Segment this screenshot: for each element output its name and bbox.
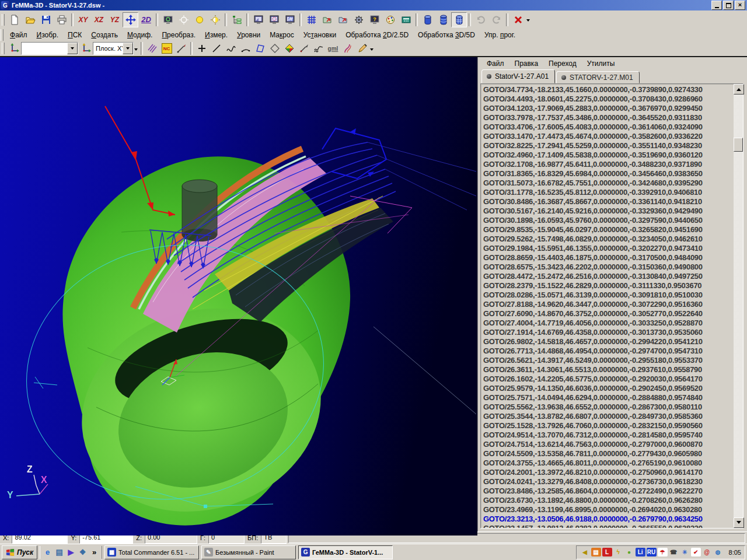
menu-item[interactable]: Обработка 2D/2.5D xyxy=(341,29,413,41)
gcode-line[interactable]: GOTO/26.1602,-14.2205,46.5775,0.0000000,… xyxy=(483,374,734,384)
gcode-line[interactable]: GOTO/34.4493,-18.0601,45.2275,0.0000000,… xyxy=(483,94,734,104)
scroll-down-button[interactable] xyxy=(734,517,744,528)
menu-item[interactable]: Модиф. xyxy=(123,29,157,41)
curves-red-button[interactable] xyxy=(340,41,355,55)
gcode-line[interactable]: GOTO/27.8188,-14.9620,46.3447,0.0000000,… xyxy=(483,300,734,309)
language-indicator-RU[interactable]: RU xyxy=(647,548,657,556)
close-button[interactable]: × xyxy=(735,1,745,10)
view-2d-button[interactable]: 2D xyxy=(138,12,154,27)
export-2-button[interactable] xyxy=(335,12,351,27)
open-file-button[interactable] xyxy=(22,12,38,27)
wcs-button[interactable] xyxy=(6,41,21,55)
plane-selector[interactable]: Плоск. XY xyxy=(93,42,134,55)
gcode-line[interactable]: GOTO/28.8659,-15.4403,46.1875,0.0000000,… xyxy=(483,253,734,262)
probe-button[interactable] xyxy=(174,41,189,55)
gcode-line[interactable]: GOTO/31.1778,-16.5235,45.8112,0.0000000,… xyxy=(483,188,734,197)
gcode-line[interactable]: GOTO/24.7514,-13.6214,46.7563,0.0000000,… xyxy=(483,440,734,449)
tools-dropdown-caret[interactable] xyxy=(370,48,374,52)
task-total-commander[interactable]: ▦ Total Commander 6.51 - ... xyxy=(104,545,199,559)
menu-item[interactable]: ПСК xyxy=(63,29,86,41)
menu-item[interactable]: Изобр. xyxy=(32,29,64,41)
view-xz-button[interactable]: XZ xyxy=(91,12,107,27)
nc-menu-item[interactable]: Переход xyxy=(543,58,582,69)
quicklaunch-overflow-chevron[interactable]: » xyxy=(89,547,99,557)
gcode-line[interactable]: GOTO/33.4706,-17.6005,45.4083,0.0000000,… xyxy=(483,123,734,132)
nc-menu-item[interactable]: Файл xyxy=(481,58,509,69)
gcode-line[interactable]: GOTO/25.3544,-13.8782,46.6807,0.0000000,… xyxy=(483,412,734,421)
nc-editor-button[interactable]: NC xyxy=(159,41,174,55)
gcode-line[interactable]: GOTO/34.1203,-17.9069,45.2883,0.0000000,… xyxy=(483,104,734,113)
pick-tool-button[interactable] xyxy=(296,41,311,55)
li-icon[interactable]: Li xyxy=(636,548,645,556)
ie-quicklaunch-icon[interactable]: e xyxy=(43,547,53,557)
gcode-text-area[interactable]: GOTO/34.7734,-18.2133,45.1660,0.0000000,… xyxy=(481,84,734,528)
gcode-line[interactable]: GOTO/32.1708,-16.9877,45.6411,0.0000000,… xyxy=(483,160,734,169)
grid-button[interactable] xyxy=(303,12,319,27)
plane-dropdown-button[interactable] xyxy=(123,43,133,54)
view-yz-button[interactable]: YZ xyxy=(107,12,123,27)
taskbar-clock[interactable]: 8:05 xyxy=(724,549,741,556)
help-button[interactable]: ? xyxy=(366,12,382,27)
new-document-button[interactable] xyxy=(6,12,22,27)
line-tool-button[interactable] xyxy=(209,41,224,55)
menu-item[interactable]: Макрос xyxy=(265,29,298,41)
gcode-line[interactable]: GOTO/26.9802,-14.5818,46.4657,0.0000000,… xyxy=(483,337,734,346)
delete-button[interactable] xyxy=(510,12,526,27)
cylinder-mesh-button[interactable] xyxy=(451,12,467,27)
gcode-line[interactable]: GOTO/25.1528,-13.7926,46.7060,0.0000000,… xyxy=(483,421,734,430)
gcode-line[interactable]: GOTO/29.8535,-15.9045,46.0297,0.0000000,… xyxy=(483,225,734,235)
gcode-line[interactable]: GOTO/23.3213,-13.0506,46.9188,0.0000000,… xyxy=(483,514,734,524)
sprout-icon[interactable]: ● xyxy=(624,548,634,556)
scrollbar-thumb[interactable] xyxy=(734,138,743,152)
gcode-line[interactable]: GOTO/28.2379,-15.1522,46.2829,0.0000000,… xyxy=(483,281,734,290)
print-button[interactable] xyxy=(54,12,69,27)
gcode-line[interactable]: GOTO/24.2001,-13.3972,46.8210,0.0000000,… xyxy=(483,468,734,477)
nc-menu-item[interactable]: Правка xyxy=(509,58,544,69)
molecule-icon[interactable]: ✳ xyxy=(680,548,690,556)
scrollbar-track[interactable] xyxy=(734,94,743,517)
contour-tool-button[interactable] xyxy=(253,41,267,55)
menu-item[interactable]: Преобраз. xyxy=(157,29,200,41)
gcode-line[interactable]: GOTO/23.1457,-12.9812,46.9383,0.0000000,… xyxy=(483,524,734,528)
structure-tree-button[interactable] xyxy=(229,12,245,27)
gcode-line[interactable]: GOTO/31.8365,-16.8329,45.6984,0.0000000,… xyxy=(483,169,734,178)
gcode-line[interactable]: GOTO/26.7713,-14.4868,46.4954,0.0000000,… xyxy=(483,346,734,356)
window-view-2-button[interactable] xyxy=(266,12,282,27)
save-button[interactable] xyxy=(38,12,54,27)
window-view-3-button[interactable] xyxy=(282,12,298,27)
view-xy-button[interactable]: XY xyxy=(75,12,91,27)
address-book-icon[interactable]: ▤ xyxy=(591,548,601,556)
nc-menu-item[interactable]: Утилиты xyxy=(582,58,620,69)
menu-item[interactable]: Упр. прог. xyxy=(480,29,520,41)
umbrella-icon[interactable]: ☂ xyxy=(658,548,668,556)
menu-item[interactable]: Уровни xyxy=(232,29,265,41)
gcode-line[interactable]: GOTO/30.8486,-16.3687,45.8667,0.0000000,… xyxy=(483,197,734,206)
attributes-button[interactable] xyxy=(145,41,159,55)
scroll-up-button[interactable] xyxy=(734,84,744,94)
restore-button[interactable] xyxy=(723,1,734,10)
browser-quicklaunch-icon[interactable]: ❖ xyxy=(78,547,88,557)
toolbar-grip[interactable] xyxy=(2,43,5,54)
gcode-line[interactable]: GOTO/23.8486,-13.2585,46.8604,0.0000000,… xyxy=(483,487,734,496)
menu-item[interactable]: Установки xyxy=(299,29,341,41)
menu-item[interactable]: Измер. xyxy=(200,29,232,41)
gcode-line[interactable]: GOTO/29.1984,-15.5951,46.1355,0.0000000,… xyxy=(483,244,734,253)
gcode-line[interactable]: GOTO/28.4472,-15.2472,46.2516,0.0000000,… xyxy=(483,272,734,281)
gcode-line[interactable]: GOTO/32.4960,-17.1409,45.5838,0.0000000,… xyxy=(483,150,734,160)
phone-icon[interactable]: ☎ xyxy=(669,548,679,556)
delete-dropdown-caret[interactable] xyxy=(526,19,530,23)
point-tool-button[interactable] xyxy=(194,41,209,55)
menu-item[interactable]: Создать xyxy=(86,29,123,41)
title-bar[interactable]: G ГеММа-3D - StatorV-1-27.dsw - × xyxy=(0,0,747,10)
globe-icon[interactable]: ◍ xyxy=(713,548,723,556)
redo-button[interactable] xyxy=(488,12,504,27)
cylinder-view-button[interactable] xyxy=(420,12,435,27)
gcode-line[interactable]: GOTO/33.1470,-17.4473,45.4674,0.0000000,… xyxy=(483,132,734,141)
pan-rotate-view-button[interactable] xyxy=(123,12,138,27)
gcode-line[interactable]: GOTO/23.6730,-13.1892,46.8800,0.0000000,… xyxy=(483,496,734,505)
plane-axes-button[interactable] xyxy=(78,41,93,55)
gcode-line[interactable]: GOTO/30.1898,-16.0593,45.9760,0.0000000,… xyxy=(483,216,734,225)
viewport-3d[interactable]: Z Y X xyxy=(0,57,477,531)
gcode-line[interactable]: GOTO/24.9514,-13.7070,46.7312,0.0000000,… xyxy=(483,430,734,440)
wcs-dropdown-button[interactable] xyxy=(67,43,78,54)
